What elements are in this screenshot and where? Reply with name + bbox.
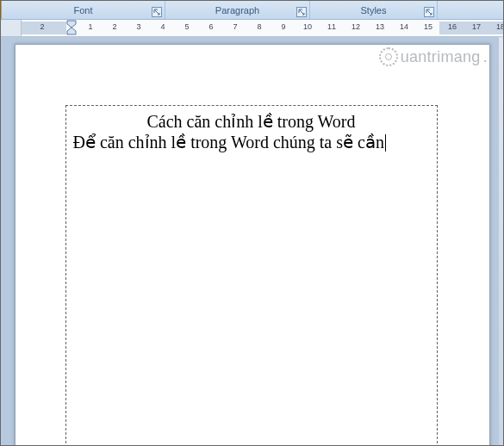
document-workspace: Cách căn chỉnh lề trong Word Để căn chỉn… [1, 37, 503, 445]
ruler-number: 9 [281, 22, 285, 31]
ribbon-group-extra [438, 1, 504, 19]
dialog-launcher-icon[interactable] [296, 7, 307, 17]
horizontal-ruler[interactable]: 1212345678910111213141516171819 [22, 20, 503, 36]
vertical-scrollbar[interactable] [499, 37, 503, 445]
ruler-number: 11 [327, 22, 336, 31]
page[interactable]: Cách căn chỉnh lề trong Word Để căn chỉn… [15, 44, 490, 445]
ruler-number: 8 [257, 22, 261, 31]
ruler-number: 18 [496, 22, 503, 31]
ruler-number: 10 [303, 22, 312, 31]
indent-marker-icon[interactable] [66, 20, 77, 35]
ruler-number: 7 [233, 22, 237, 31]
ruler-bar: 1212345678910111213141516171819 [1, 20, 503, 37]
ribbon-group-font: Font [2, 1, 165, 19]
text-cursor [385, 134, 386, 152]
document-title[interactable]: Cách căn chỉnh lề trong Word [73, 111, 430, 132]
ruler-number: 16 [448, 22, 457, 31]
ruler-number: 4 [160, 22, 165, 31]
svg-marker-1 [67, 28, 76, 34]
ruler-number: 1 [88, 22, 92, 31]
ruler-number: 14 [400, 22, 408, 31]
ruler-number: 5 [184, 22, 189, 31]
ruler-number: 2 [40, 22, 44, 31]
ribbon-group-label: Font [36, 5, 130, 15]
ruler-number: 3 [136, 22, 140, 31]
document-body-line[interactable]: Để căn chỉnh lề trong Word chúng ta sẽ c… [73, 132, 430, 152]
body-text: Để căn chỉnh lề trong Word chúng ta sẽ c… [73, 133, 384, 152]
ruler-number: 12 [352, 22, 360, 31]
ruler-number: 13 [376, 22, 384, 31]
tab-selector[interactable] [1, 20, 22, 36]
ribbon: Font Paragraph Styles [1, 1, 503, 20]
ribbon-group-label: Paragraph [200, 5, 275, 15]
ribbon-group-styles: Styles [310, 1, 438, 19]
ruler-number: 17 [472, 22, 481, 31]
ribbon-group-label: Styles [345, 5, 402, 15]
ribbon-group-paragraph: Paragraph [165, 1, 310, 19]
svg-marker-0 [67, 21, 76, 28]
ruler-number: 6 [208, 22, 213, 31]
ruler-number: 15 [424, 22, 432, 31]
ruler-number: 2 [112, 22, 116, 31]
text-frame[interactable]: Cách căn chỉnh lề trong Word Để căn chỉn… [65, 105, 438, 445]
dialog-launcher-icon[interactable] [424, 7, 434, 17]
dialog-launcher-icon[interactable] [152, 7, 162, 17]
